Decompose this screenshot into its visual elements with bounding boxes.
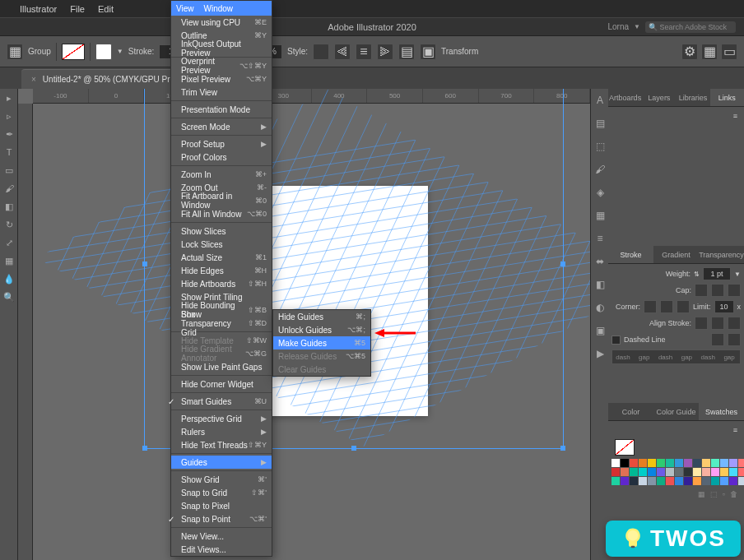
align-inside-button[interactable] <box>711 317 724 330</box>
align-center-button[interactable] <box>695 317 708 330</box>
tab-artboards[interactable]: Artboards <box>608 89 642 106</box>
swatch[interactable] <box>684 468 692 476</box>
swatch[interactable] <box>711 459 719 467</box>
swatch[interactable] <box>684 477 692 485</box>
arrange-icon[interactable]: ▦ <box>701 44 718 60</box>
pathfinder-icon[interactable]: ◧ <box>591 273 609 296</box>
tab-libraries[interactable]: Libraries <box>677 89 710 106</box>
menu-item-snap-to-pixel[interactable]: Snap to Pixel <box>171 499 272 512</box>
corner-bevel-button[interactable] <box>677 300 690 313</box>
cap-butt-button[interactable] <box>695 284 708 297</box>
eyedropper-tool[interactable]: 💧 <box>0 270 18 288</box>
gradient-tool[interactable]: ▦ <box>0 252 18 270</box>
tab-stroke[interactable]: Stroke <box>608 246 653 263</box>
swatch[interactable] <box>720 477 728 485</box>
rectangle-tool[interactable]: ▭ <box>0 161 18 179</box>
swatch[interactable] <box>611 477 620 485</box>
menu-item-hide-corner-widget[interactable]: Hide Corner Widget <box>171 377 272 391</box>
workspace-icon[interactable]: ▭ <box>721 44 737 60</box>
layers-icon[interactable]: ▤ <box>591 112 609 135</box>
type-tool[interactable]: T <box>0 143 18 161</box>
menu-item-hide-edges[interactable]: Hide Edges⌘H <box>171 264 272 277</box>
libraries-icon[interactable]: ⬚ <box>591 135 609 158</box>
menu-item-view-using-cpu[interactable]: View using CPU⌘E <box>171 16 272 29</box>
menu-item-fit-artboard-in-window[interactable]: Fit Artboard in Window⌘0 <box>171 194 272 207</box>
menu-item-snap-to-grid[interactable]: Snap to Grid⇧⌘' <box>171 486 272 499</box>
selection-handle[interactable] <box>560 446 565 451</box>
transform-label[interactable]: Transform <box>441 47 478 56</box>
swatch[interactable] <box>693 459 701 467</box>
swatch-new-icon[interactable]: ▫ <box>723 490 725 498</box>
menu-item-perspective-grid[interactable]: Perspective Grid▶ <box>171 412 272 425</box>
close-icon[interactable]: × <box>31 75 36 84</box>
menu-edit[interactable]: Edit <box>98 4 114 14</box>
user-name[interactable]: Lorna <box>608 22 630 31</box>
tab-links[interactable]: Links <box>710 89 744 106</box>
swatch[interactable] <box>630 477 638 485</box>
selection-handle[interactable] <box>142 446 147 451</box>
submenu-item-make-guides[interactable]: Make Guides⌘5 <box>273 336 370 349</box>
swatch-delete-icon[interactable]: 🗑 <box>730 490 737 498</box>
submenu-item-clear-guides[interactable]: Clear Guides <box>273 363 370 376</box>
submenu-item-unlock-guides[interactable]: Unlock Guides⌥⌘; <box>273 323 370 336</box>
menu-item-hide-gradient-annotator[interactable]: Hide Gradient Annotator⌥⌘G <box>171 347 272 360</box>
menu-item-show-live-paint-gaps[interactable]: Show Live Paint Gaps <box>171 360 272 373</box>
menu-item-rulers[interactable]: Rulers▶ <box>171 425 272 438</box>
align-left-icon[interactable]: ⫷ <box>334 44 351 60</box>
play-icon[interactable]: ▶ <box>591 342 609 365</box>
selection-handle[interactable] <box>351 446 356 451</box>
stock-search-input[interactable]: 🔍 Search Adobe Stock <box>645 21 736 33</box>
swatch-lib-icon[interactable]: ▦ <box>698 490 705 498</box>
menu-illustrator[interactable]: Illustrator <box>20 4 57 14</box>
dash-btn-2[interactable] <box>728 333 741 346</box>
swatch[interactable] <box>738 468 744 476</box>
swatch[interactable] <box>657 468 665 476</box>
tab-color[interactable]: Color <box>608 403 653 420</box>
swatch[interactable] <box>729 477 737 485</box>
direct-selection-tool[interactable]: ▹ <box>0 107 18 125</box>
menu-item-presentation-mode[interactable]: Presentation Mode <box>171 103 272 116</box>
dashed-line-checkbox[interactable] <box>611 336 621 345</box>
guides-submenu[interactable]: Hide Guides⌘;Unlock Guides⌥⌘;Make Guides… <box>272 309 371 377</box>
menu-item-hide-artboards[interactable]: Hide Artboards⇧⌘H <box>171 277 272 290</box>
appearance-icon[interactable]: ◐ <box>591 296 609 319</box>
swatch[interactable] <box>648 459 656 467</box>
swatch[interactable] <box>639 459 647 467</box>
menu-file[interactable]: File <box>70 4 85 14</box>
menu-item-show-transparency-grid[interactable]: Show Transparency Grid⇧⌘D <box>171 317 272 330</box>
swatch[interactable] <box>621 459 629 467</box>
limit-input[interactable] <box>714 300 734 313</box>
menu-item-fit-all-in-window[interactable]: Fit All in Window⌥⌘0 <box>171 207 272 220</box>
swatch[interactable] <box>675 477 683 485</box>
isometric-grid[interactable] <box>37 90 590 447</box>
menu-item-proof-colors[interactable]: Proof Colors <box>171 150 272 164</box>
menu-item-proof-setup[interactable]: Proof Setup▶ <box>171 137 272 150</box>
dash-btn-1[interactable] <box>711 333 724 346</box>
cap-square-button[interactable] <box>728 284 741 297</box>
align-center-icon[interactable]: ≡ <box>356 44 372 60</box>
tab-color-guide[interactable]: Color Guide <box>653 403 699 420</box>
swatch[interactable] <box>684 459 692 467</box>
menu-item-lock-slices[interactable]: Lock Slices <box>171 238 272 251</box>
swatch[interactable] <box>693 468 701 476</box>
submenu-item-hide-guides[interactable]: Hide Guides⌘; <box>273 310 370 323</box>
properties-icon[interactable]: A <box>591 89 609 112</box>
swatch[interactable] <box>657 459 665 467</box>
swatches-icon[interactable]: ▦ <box>591 204 609 227</box>
swatch[interactable] <box>648 477 656 485</box>
corner-miter-button[interactable] <box>644 300 657 313</box>
tab-gradient[interactable]: Gradient <box>653 246 699 263</box>
menu-item-edit-views-[interactable]: Edit Views... <box>171 543 272 556</box>
swatch[interactable] <box>711 468 719 476</box>
menu-item-zoom-in[interactable]: Zoom In⌘+ <box>171 168 272 181</box>
swatch[interactable] <box>611 459 620 467</box>
menu-item-inkquest-output-preview[interactable]: InkQuest Output Preview <box>171 42 272 55</box>
swatch[interactable] <box>720 468 728 476</box>
isolate-icon[interactable]: ▣ <box>420 44 436 60</box>
swatch[interactable] <box>666 468 674 476</box>
pen-tool[interactable]: ✒ <box>0 125 18 143</box>
swatch[interactable] <box>720 459 728 467</box>
submenu-item-release-guides[interactable]: Release Guides⌥⌘5 <box>273 349 370 363</box>
menu-item-overprint-preview[interactable]: Overprint Preview⌥⇧⌘Y <box>171 59 272 72</box>
menu-item-trim-view[interactable]: Trim View <box>171 86 272 99</box>
